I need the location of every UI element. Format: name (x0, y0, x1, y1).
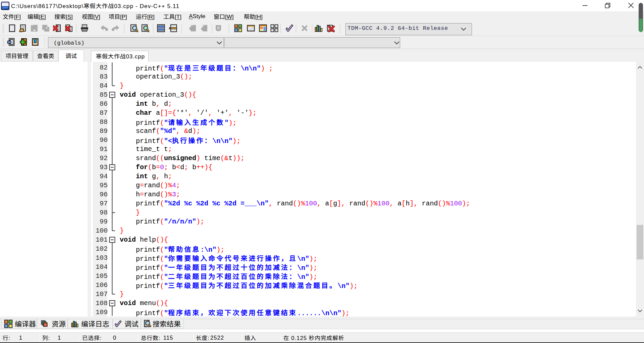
svg-text:DEV: DEV (2, 3, 8, 6)
svg-text:C++: C++ (2, 6, 8, 9)
